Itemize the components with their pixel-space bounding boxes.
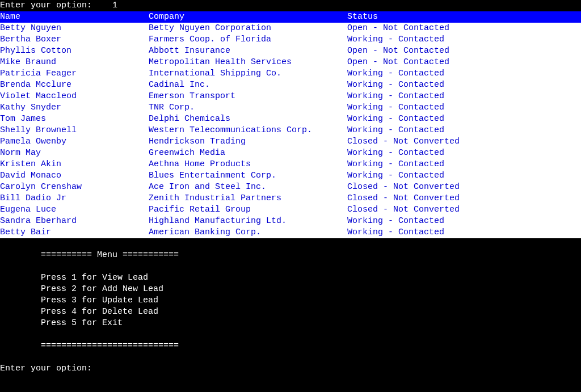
cell-name: Violet Maccleod	[0, 91, 149, 102]
cell-name: Norm May	[0, 147, 149, 159]
table-row[interactable]: Phyllis CottonAbbott InsuranceOpen - Not…	[0, 45, 581, 57]
cell-name: David Monaco	[0, 170, 149, 182]
cell-company: Greenwich Media	[149, 147, 347, 159]
cell-name: Brenda Mcclure	[0, 79, 149, 91]
table-row[interactable]: Eugena LucePacific Retail GroupClosed - …	[0, 204, 581, 216]
table-row[interactable]: Norm MayGreenwich MediaWorking - Contact…	[0, 147, 581, 159]
cell-company: Ace Iron and Steel Inc.	[149, 182, 347, 193]
menu-item: Press 5 for Exit	[0, 318, 581, 329]
table-row[interactable]: Patricia FeagerInternational Shipping Co…	[0, 68, 581, 79]
table-row[interactable]: Carolyn CrenshawAce Iron and Steel Inc.C…	[0, 182, 581, 193]
cell-status: Working - Contacted	[347, 102, 581, 113]
table-row[interactable]: Brenda McclureCadinal Inc.Working - Cont…	[0, 79, 581, 91]
cell-name: Betty Nguyen	[0, 23, 149, 34]
cell-company: American Banking Corp.	[149, 227, 347, 238]
table-row[interactable]: Sandra EberhardHighland Manufacturing Lt…	[0, 216, 581, 227]
prompt-value: 1	[112, 1, 117, 10]
header-name: Name	[0, 11, 149, 23]
cell-status: Working - Contacted	[347, 68, 581, 79]
cell-name: Betty Bair	[0, 227, 149, 238]
prompt-bottom-label: Enter your option:	[0, 364, 92, 373]
header-company: Company	[149, 11, 347, 23]
cell-company: Pacific Retail Group	[149, 204, 347, 216]
menu-item: Press 2 for Add New Lead	[0, 284, 581, 295]
cell-name: Bertha Boxer	[0, 34, 149, 45]
cell-status: Open - Not Contacted	[347, 23, 581, 34]
cell-status: Working - Contacted	[347, 79, 581, 91]
cell-status: Open - Not Contacted	[347, 57, 581, 68]
cell-name: Sandra Eberhard	[0, 216, 149, 227]
table-row[interactable]: Violet MaccleodEmerson TransportWorking …	[0, 91, 581, 102]
prompt-label: Enter your option:	[0, 1, 92, 10]
menu-item: Press 1 for View Lead	[0, 272, 581, 284]
cell-company: Hendrickson Trading	[149, 136, 347, 147]
table-row[interactable]: Kristen AkinAethna Home ProductsWorking …	[0, 159, 581, 170]
cell-status: Closed - Not Converted	[347, 182, 581, 193]
cell-company: Aethna Home Products	[149, 159, 347, 170]
cell-status: Working - Contacted	[347, 34, 581, 45]
menu-item: Press 4 for Delete Lead	[0, 306, 581, 318]
cell-name: Tom James	[0, 113, 149, 125]
cell-company: Farmers Coop. of Florida	[149, 34, 347, 45]
table-row[interactable]: Tom JamesDelphi ChemicalsWorking - Conta…	[0, 113, 581, 125]
cell-company: Betty Nguyen Corporation	[149, 23, 347, 34]
table-row[interactable]: Shelly BrownellWestern Telecommunication…	[0, 125, 581, 136]
table-row[interactable]: Kathy SnyderTNR Corp.Working - Contacted	[0, 102, 581, 113]
cell-name: Mike Braund	[0, 57, 149, 68]
prompt-bottom[interactable]: Enter your option:	[0, 363, 581, 374]
cell-status: Closed - Not Converted	[347, 204, 581, 216]
cell-status: Working - Contacted	[347, 125, 581, 136]
table-body: Betty NguyenBetty Nguyen CorporationOpen…	[0, 23, 581, 238]
cell-company: Blues Entertainment Corp.	[149, 170, 347, 182]
cell-company: Emerson Transport	[149, 91, 347, 102]
menu-title: ========== Menu ===========	[0, 250, 581, 261]
cell-company: Highland Manufacturing Ltd.	[149, 216, 347, 227]
menu-footer: ===========================	[0, 340, 581, 352]
cell-status: Working - Contacted	[347, 113, 581, 125]
cell-name: Pamela Owenby	[0, 136, 149, 147]
prompt-top[interactable]: Enter your option: 1	[0, 0, 581, 11]
table-row[interactable]: Mike BraundMetropolitan Health ServicesO…	[0, 57, 581, 68]
cell-status: Closed - Not Converted	[347, 136, 581, 147]
cell-name: Shelly Brownell	[0, 125, 149, 136]
cell-status: Working - Contacted	[347, 159, 581, 170]
cell-company: Abbott Insurance	[149, 45, 347, 57]
cell-name: Patricia Feager	[0, 68, 149, 79]
cell-status: Working - Contacted	[347, 91, 581, 102]
cell-status: Open - Not Contacted	[347, 45, 581, 57]
cell-name: Carolyn Crenshaw	[0, 182, 149, 193]
table-row[interactable]: Betty BairAmerican Banking Corp.Working …	[0, 227, 581, 238]
table-row[interactable]: Bill Dadio JrZenith Industrial PartnersC…	[0, 193, 581, 204]
table-row[interactable]: Bertha BoxerFarmers Coop. of FloridaWork…	[0, 34, 581, 45]
cell-name: Phyllis Cotton	[0, 45, 149, 57]
cell-company: International Shipping Co.	[149, 68, 347, 79]
table-row[interactable]: David MonacoBlues Entertainment Corp.Wor…	[0, 170, 581, 182]
table-row[interactable]: Pamela OwenbyHendrickson TradingClosed -…	[0, 136, 581, 147]
cell-name: Eugena Luce	[0, 204, 149, 216]
table-row[interactable]: Betty NguyenBetty Nguyen CorporationOpen…	[0, 23, 581, 34]
cell-name: Kristen Akin	[0, 159, 149, 170]
cell-company: Delphi Chemicals	[149, 113, 347, 125]
cell-status: Working - Contacted	[347, 216, 581, 227]
cell-status: Closed - Not Converted	[347, 193, 581, 204]
cell-status: Working - Contacted	[347, 170, 581, 182]
cell-company: Cadinal Inc.	[149, 79, 347, 91]
cell-status: Working - Contacted	[347, 147, 581, 159]
menu-item: Press 3 for Update Lead	[0, 295, 581, 306]
cell-company: Zenith Industrial Partners	[149, 193, 347, 204]
cell-company: Western Telecommunications Corp.	[149, 125, 347, 136]
cell-company: TNR Corp.	[149, 102, 347, 113]
cell-status: Working - Contacted	[347, 227, 581, 238]
cell-company: Metropolitan Health Services	[149, 57, 347, 68]
table-header-row: Name Company Status	[0, 11, 581, 23]
header-status: Status	[347, 11, 581, 23]
cell-name: Bill Dadio Jr	[0, 193, 149, 204]
cell-name: Kathy Snyder	[0, 102, 149, 113]
